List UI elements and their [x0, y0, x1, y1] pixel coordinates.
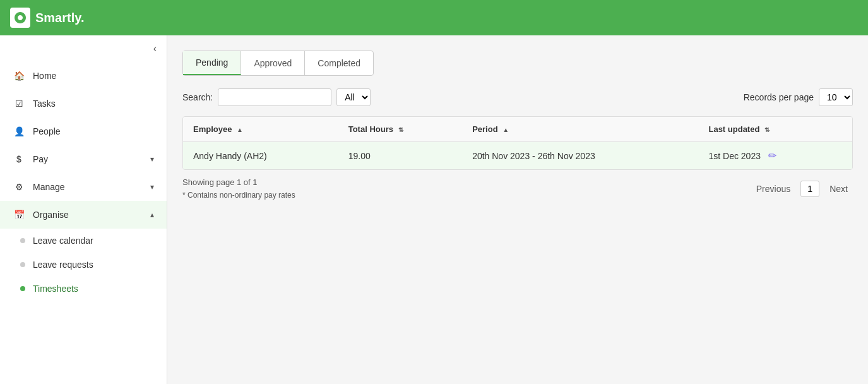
table-body: Andy Handy (AH2) 19.00 20th Nov 2023 - 2…: [183, 142, 852, 170]
sidebar-item-label: Pay: [33, 154, 143, 164]
records-per-page-select[interactable]: 10 25 50: [819, 88, 853, 106]
search-bar: Search: All Records per page 10 25 50: [182, 88, 853, 106]
table-header: Employee ▲ Total Hours ⇅ Period ▲ Last: [183, 117, 852, 142]
pagination: Previous 1 Next: [751, 181, 853, 197]
sort-arrow-period[interactable]: ▲: [502, 126, 509, 133]
sidebar-item-label: Leave calendar: [33, 236, 93, 246]
sort-arrow-employee[interactable]: ▲: [237, 126, 243, 133]
bullet-icon: [20, 262, 25, 267]
chevron-up-icon: ▴: [150, 210, 154, 219]
tab-pending[interactable]: Pending: [183, 51, 241, 75]
sidebar-collapse-area: ‹: [0, 35, 167, 62]
sidebar-item-label: Home: [33, 71, 154, 81]
collapse-button[interactable]: ‹: [153, 43, 157, 54]
sort-arrow-total-hours[interactable]: ⇅: [398, 126, 403, 133]
pay-icon: $: [13, 153, 25, 165]
sidebar-item-manage[interactable]: ⚙ Manage ▾: [0, 173, 167, 201]
sidebar-item-label: Tasks: [33, 99, 154, 109]
tab-completed[interactable]: Completed: [305, 51, 373, 75]
people-icon: 👤: [13, 125, 25, 138]
cell-employee: Andy Handy (AH2): [183, 142, 338, 170]
sidebar-item-pay[interactable]: $ Pay ▾: [0, 145, 167, 173]
sidebar-item-label: Organise: [33, 210, 143, 220]
cell-last-updated: 1st Dec 2023 ✏: [698, 142, 852, 170]
records-per-page-area: Records per page 10 25 50: [744, 88, 853, 106]
tab-group: Pending Approved Completed: [182, 51, 374, 76]
sidebar-item-home[interactable]: 🏠 Home: [0, 62, 167, 90]
sidebar-item-leave-requests[interactable]: Leave requests: [0, 253, 167, 277]
tasks-icon: ☑: [13, 97, 25, 110]
col-last-updated: Last updated ⇅: [698, 117, 852, 142]
showing-text: Showing page 1 of 1: [182, 177, 295, 187]
bullet-icon: [20, 238, 25, 243]
organise-icon: 📅: [13, 208, 25, 221]
sidebar-item-timesheets[interactable]: Timesheets: [0, 277, 167, 301]
sidebar-item-label: People: [33, 126, 154, 136]
logo-text: Smartly.: [35, 11, 84, 25]
sidebar-item-label: Manage: [33, 182, 143, 192]
home-icon: 🏠: [13, 69, 25, 82]
sort-arrow-last-updated[interactable]: ⇅: [764, 126, 770, 133]
sidebar-item-label: Leave requests: [33, 260, 93, 270]
logo-icon: [10, 8, 30, 28]
search-input[interactable]: [218, 88, 331, 106]
sidebar-item-people[interactable]: 👤 People: [0, 117, 167, 145]
chevron-down-icon: ▾: [150, 183, 154, 191]
table-footer: Showing page 1 of 1 * Contains non-ordin…: [182, 170, 853, 205]
footer-left: Showing page 1 of 1 * Contains non-ordin…: [182, 177, 295, 200]
cell-total-hours: 19.00: [338, 142, 462, 170]
sidebar: ‹ 🏠 Home ☑ Tasks 👤 People $ Pay ▾ ⚙ Mana…: [0, 35, 167, 384]
tab-approved[interactable]: Approved: [241, 51, 305, 75]
bullet-icon: [20, 286, 25, 291]
search-label: Search:: [182, 92, 213, 102]
filter-select[interactable]: All: [336, 88, 371, 106]
sidebar-item-leave-calendar[interactable]: Leave calendar: [0, 229, 167, 253]
main-content: Pending Approved Completed Search: All R…: [167, 35, 868, 384]
header-row: Employee ▲ Total Hours ⇅ Period ▲ Last: [183, 117, 852, 142]
timesheets-table: Employee ▲ Total Hours ⇅ Period ▲ Last: [182, 116, 853, 170]
col-total-hours: Total Hours ⇅: [338, 117, 462, 142]
note-text: * Contains non-ordinary pay rates: [182, 191, 295, 200]
next-button[interactable]: Next: [824, 181, 853, 196]
col-employee: Employee ▲: [183, 117, 338, 142]
col-period: Period ▲: [462, 117, 698, 142]
current-page: 1: [800, 181, 819, 197]
cell-period: 20th Nov 2023 - 26th Nov 2023: [462, 142, 698, 170]
app-header: Smartly.: [0, 0, 868, 35]
table-row: Andy Handy (AH2) 19.00 20th Nov 2023 - 2…: [183, 142, 852, 170]
data-table: Employee ▲ Total Hours ⇅ Period ▲ Last: [183, 117, 852, 169]
previous-button[interactable]: Previous: [751, 181, 795, 196]
edit-button[interactable]: ✏: [763, 150, 782, 162]
records-per-page-label: Records per page: [744, 92, 814, 102]
sidebar-item-label: Timesheets: [33, 284, 78, 294]
sidebar-item-tasks[interactable]: ☑ Tasks: [0, 90, 167, 117]
chevron-down-icon: ▾: [150, 155, 154, 164]
sidebar-item-organise[interactable]: 📅 Organise ▴: [0, 201, 167, 229]
manage-icon: ⚙: [13, 181, 25, 193]
logo: Smartly.: [10, 8, 84, 28]
